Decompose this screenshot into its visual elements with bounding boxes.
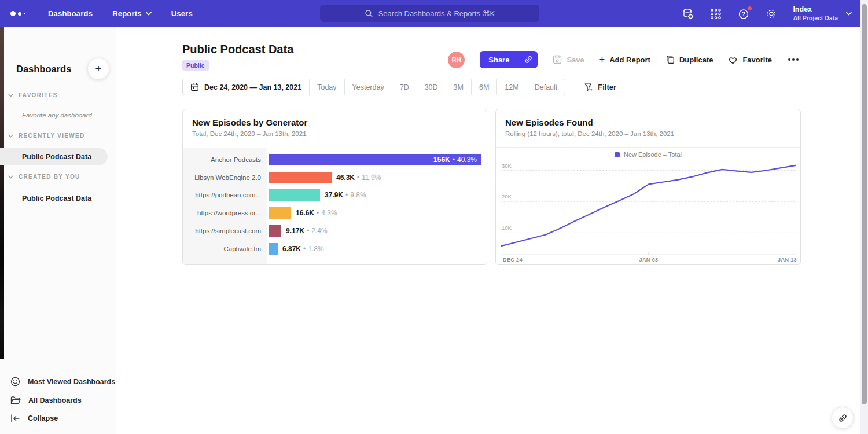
data-sources-icon[interactable]	[682, 8, 694, 20]
duplicate-button[interactable]: Duplicate	[665, 55, 713, 64]
copy-share-link-button[interactable]	[518, 51, 538, 68]
nav-item-reports[interactable]: Reports	[102, 0, 161, 27]
main-nav: Dashboards Reports Users	[38, 0, 203, 27]
section-favorites[interactable]: FAVORITES	[8, 92, 58, 98]
bar[interactable]	[269, 207, 291, 219]
chevron-down-icon	[846, 12, 852, 16]
section-recently-viewed[interactable]: RECENTLY VIEWED	[8, 133, 85, 139]
link-icon	[524, 55, 533, 64]
svg-text:?: ?	[742, 10, 745, 17]
chevron-down-icon	[8, 94, 13, 97]
bar-value-label: 6.87K•1.8%	[282, 243, 324, 255]
nav-item-dashboards[interactable]: Dashboards	[38, 0, 102, 27]
x-axis-labels: DEC 24JAN 03JAN 13	[501, 257, 797, 264]
bar-category-label: https://podbean.com...	[183, 192, 267, 198]
help-icon[interactable]: ?	[737, 8, 750, 20]
settings-gear-icon[interactable]	[765, 8, 778, 20]
date-preset-12m[interactable]: 12M	[497, 79, 527, 95]
bar-category-label: https://simplecast.com	[183, 227, 267, 234]
sidebar-item-public-podcast-data[interactable]: Public Podcast Data	[0, 148, 108, 165]
sidebar-item-label: Public Podcast Data	[22, 153, 91, 161]
sidebar-item-label: Public Podcast Data	[22, 194, 91, 203]
section-label: CREATED BY YOU	[19, 174, 80, 180]
data-line[interactable]	[502, 165, 796, 246]
bar-value-label: 46.3K•11.9%	[336, 172, 381, 183]
bar-category-label: Captivate.fm	[183, 245, 267, 252]
footer-item-label: Most Viewed Dashboards	[28, 378, 115, 386]
line-chart-title[interactable]: New Episodes Found	[505, 117, 791, 127]
apps-grid-icon[interactable]	[709, 8, 722, 20]
date-preset-7d[interactable]: 7D	[392, 79, 417, 95]
bar[interactable]	[269, 243, 278, 255]
section-created-by-you[interactable]: CREATED BY YOU	[8, 174, 80, 180]
share-split-button: Share	[480, 51, 538, 68]
bar-chart-title[interactable]: New Episodes by Generator	[192, 117, 477, 127]
more-options-button[interactable]	[787, 56, 800, 63]
save-label: Save	[567, 56, 584, 64]
header-actions: RH Share Save + Add Report Duplicate Fav…	[448, 51, 800, 68]
date-preset-yesterday[interactable]: Yesterday	[345, 79, 392, 95]
x-tick-label: DEC 24	[503, 257, 523, 263]
bar-track: 37.9K•9.8%	[269, 189, 487, 201]
duplicate-label: Duplicate	[679, 56, 713, 64]
bar[interactable]	[269, 225, 281, 237]
app-logo-icon[interactable]	[10, 11, 34, 16]
avatar[interactable]: RH	[448, 52, 465, 68]
date-range-picker[interactable]: Dec 24, 2020 — Jan 13, 2021	[183, 79, 310, 95]
top-navbar: Dashboards Reports Users Search Dashboar…	[0, 0, 868, 27]
date-range-control: Dec 24, 2020 — Jan 13, 2021 TodayYesterd…	[182, 79, 565, 95]
all-dashboards-button[interactable]: All Dashboards	[0, 391, 116, 410]
bar[interactable]	[269, 189, 320, 201]
save-button[interactable]: Save	[553, 55, 584, 64]
bar-row[interactable]: Libsyn WebEngine 2.046.3K•11.9%	[183, 169, 487, 186]
bar-row[interactable]: Captivate.fm6.87K•1.8%	[183, 240, 487, 258]
page-title: Public Podcast Data	[182, 43, 293, 56]
save-icon	[553, 55, 562, 64]
y-tick-label: 20K	[502, 193, 512, 200]
chart-legend[interactable]: New Episode – Total	[496, 151, 800, 158]
legend-label: New Episode – Total	[624, 151, 682, 158]
bar[interactable]	[269, 172, 332, 183]
filter-button[interactable]: Filter	[584, 83, 616, 92]
bar-row[interactable]: Anchor Podcasts156K•40.3%	[183, 151, 487, 168]
section-label: RECENTLY VIEWED	[19, 133, 85, 139]
line-chart-card: New Episodes Found Rolling (12 hours), t…	[495, 109, 801, 265]
section-label: FAVORITES	[19, 92, 58, 98]
x-tick-label: JAN 13	[778, 257, 797, 263]
duplicate-icon	[665, 55, 675, 64]
project-switcher[interactable]: Index All Project Data	[793, 5, 852, 22]
date-preset-today[interactable]: Today	[310, 79, 344, 95]
collapse-sidebar-button[interactable]: Collapse	[0, 410, 116, 427]
bar-track: 16.6K•4.3%	[269, 207, 487, 219]
date-preset-6m[interactable]: 6M	[472, 79, 497, 95]
share-button[interactable]: Share	[480, 51, 518, 68]
bar-track: 6.87K•1.8%	[269, 243, 487, 255]
navbar-right: ? Index All Project Data	[682, 0, 852, 27]
scrollbar-thumb[interactable]	[862, 4, 867, 404]
add-report-label: Add Report	[609, 56, 650, 64]
date-preset-default[interactable]: Default	[527, 79, 565, 95]
plus-icon: +	[599, 54, 605, 65]
bar-row[interactable]: https://simplecast.com9.17K•2.4%	[183, 222, 487, 240]
add-report-button[interactable]: + Add Report	[599, 54, 650, 65]
add-dashboard-button[interactable]: +	[88, 58, 109, 79]
bar-chart-header: New Episodes by Generator Total, Dec 24t…	[183, 109, 487, 148]
plus-icon: +	[95, 62, 101, 75]
floating-share-link-button[interactable]	[832, 407, 854, 429]
notification-badge	[747, 6, 752, 11]
page-scrollbar[interactable]	[860, 0, 868, 434]
date-preset-3m[interactable]: 3M	[446, 79, 472, 95]
visibility-badge: Public	[182, 60, 209, 71]
favorite-button[interactable]: Favorite	[728, 56, 772, 64]
nav-item-users[interactable]: Users	[161, 0, 203, 27]
bar-value-label: 37.9K•9.8%	[325, 189, 366, 201]
bar-row[interactable]: https://wordpress.or...16.6K•4.3%	[183, 204, 487, 222]
date-preset-30d[interactable]: 30D	[417, 79, 446, 95]
date-presets: TodayYesterday7D30D3M6M12MDefault	[310, 79, 565, 95]
search-input[interactable]: Search Dashboards & Reports ⌘K	[320, 5, 539, 22]
sidebar-item-public-podcast-data-created[interactable]: Public Podcast Data	[0, 190, 108, 207]
most-viewed-dashboards-button[interactable]: Most Viewed Dashboards	[0, 372, 116, 391]
bar-row[interactable]: https://podbean.com...37.9K•9.8%	[183, 186, 487, 204]
favorite-label: Favorite	[742, 56, 772, 64]
search-placeholder: Search Dashboards & Reports ⌘K	[378, 9, 495, 18]
